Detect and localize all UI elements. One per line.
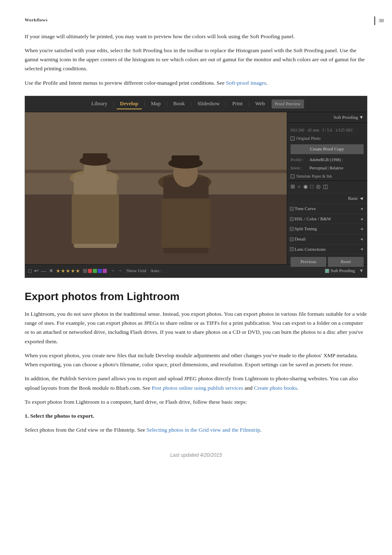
lr-intent-row: Intent : Perceptual | Relative — [287, 164, 367, 172]
lr-dropdown-arrow[interactable]: ▼ — [359, 267, 364, 275]
lr-panel-split-toning[interactable]: Split Toning ◄ — [287, 224, 367, 234]
lr-reset-btn[interactable]: Reset — [328, 257, 364, 267]
lr-panel-lens-corrections[interactable]: Lens Corrections ◄ — [287, 244, 367, 254]
section-label: Workflows — [25, 16, 367, 24]
crop-tool-icon[interactable]: ⊞ — [291, 183, 295, 191]
lr-show-grid[interactable]: Show Grid — [127, 267, 146, 275]
intro-para-3: Use the Profile and Intent menus to prev… — [25, 79, 367, 88]
lr-module-map[interactable]: Map — [148, 99, 164, 109]
lr-arrow-right[interactable]: → — [118, 267, 122, 275]
export-para-3: In addition, the Publish Services panel … — [25, 374, 367, 393]
lr-simulate-row: Simulate Paper & Ink — [287, 172, 367, 180]
lr-photo-bg — [25, 112, 287, 264]
lr-panel-hsl[interactable]: HSL / Color / B&W ◄ — [287, 214, 367, 224]
svg-rect-16 — [25, 112, 287, 264]
lr-soft-proofing-header: Soft Proofing ▼ — [287, 112, 367, 123]
lr-color-labels — [83, 269, 107, 273]
lr-arrow-left[interactable]: ← — [111, 267, 115, 275]
lr-star-rating[interactable]: ★★★★★ — [56, 267, 81, 275]
create-books-link[interactable]: Create photo books — [254, 385, 297, 391]
lr-color-dot-none[interactable] — [83, 269, 87, 273]
lr-panel-tone-curve[interactable]: Tone Curve ◄ — [287, 204, 367, 214]
lr-tools-row: ⊞ ○ ◉ □ ◎ ◫ — [287, 180, 367, 193]
lr-module-library[interactable]: Library — [88, 99, 111, 109]
lr-star-icon: — — [41, 267, 46, 275]
intro-para-2: When you're satisfied with your edits, s… — [25, 46, 367, 74]
gradient-tool-icon[interactable]: ◫ — [323, 183, 328, 191]
lr-photo — [25, 112, 287, 264]
export-step-intro: To export photos from Lightroom to a com… — [25, 398, 367, 407]
export-section-heading: Export photos from Lightroom — [25, 290, 367, 303]
page-footer: Last updated 4/20/2015 — [25, 451, 367, 459]
lr-color-dot-purple[interactable] — [103, 269, 107, 273]
original-photo-checkbox[interactable] — [291, 136, 295, 141]
simulate-checkbox[interactable] — [291, 174, 295, 178]
lr-auto-label: Auto : — [150, 267, 162, 275]
lr-rotate-icon[interactable]: ↩ — [34, 267, 39, 275]
lr-soft-proofing-check[interactable]: Soft Proofing — [325, 267, 355, 275]
lr-photo-area — [25, 112, 287, 264]
lr-original-photo: Original Photo — [287, 134, 367, 143]
lr-previous-btn[interactable]: Previous — [291, 257, 326, 267]
page-number: 38 — [374, 16, 384, 25]
lr-color-dot-green[interactable] — [93, 269, 97, 273]
export-para-2: When you export photos, you create new f… — [25, 351, 367, 370]
intro-para-1: If your image will ultimately be printed… — [25, 32, 367, 41]
radial-tool-icon[interactable]: ◎ — [316, 183, 321, 191]
redeye-tool-icon[interactable]: ◉ — [303, 183, 308, 191]
lr-color-dot-red[interactable] — [88, 269, 92, 273]
lr-module-web[interactable]: Web — [252, 99, 268, 109]
lr-module-print[interactable]: Print — [229, 99, 246, 109]
lr-proof-copy-btn[interactable]: Create Proof Copy — [291, 144, 364, 154]
spot-tool-icon[interactable]: ○ — [297, 183, 301, 191]
lr-color-dot-blue[interactable] — [98, 269, 102, 273]
lr-module-book[interactable]: Book — [170, 99, 188, 109]
lr-profile-row: Profile : AdobeRGB (1998) : — [287, 156, 367, 164]
lr-panel-basic[interactable]: Basic ◄ — [287, 193, 367, 204]
lr-prev-icon[interactable]: ✕ — [49, 267, 53, 275]
lr-photo-info: ISO 200 45 mm f / 5.6 1/125 SEC — [287, 126, 367, 134]
publish-services-link[interactable]: Post photos online using publish service… — [152, 385, 243, 391]
filmstrip-link[interactable]: Selecting photos in the Grid view and th… — [147, 427, 261, 433]
export-step-1-label: 1. Select the photos to export. — [25, 412, 367, 421]
lr-module-slideshow[interactable]: Slideshow — [194, 99, 223, 109]
proof-preview-badge: Proof Preview — [272, 99, 304, 109]
lr-right-panel: Soft Proofing ▼ — [287, 112, 367, 264]
lr-screenshot: Library | Develop | Map | Book | Slidesh… — [25, 96, 367, 278]
soft-proof-link[interactable]: Soft-proof images — [226, 80, 266, 86]
export-step-1-text: Select photos from the Grid view or the … — [25, 426, 367, 435]
export-para-1: In Lightroom, you do not save photos in … — [25, 310, 367, 346]
page: 38 Workflows If your image will ultimate… — [0, 0, 392, 555]
brush-tool-icon[interactable]: □ — [310, 183, 314, 191]
lr-main-area: Soft Proofing ▼ — [25, 112, 367, 264]
lr-panel-detail[interactable]: Detail ◄ — [287, 234, 367, 244]
lr-flag-icon[interactable]: □ — [28, 267, 32, 275]
lr-module-toolbar: Library | Develop | Map | Book | Slidesh… — [25, 96, 367, 112]
lr-module-develop[interactable]: Develop — [117, 99, 142, 109]
